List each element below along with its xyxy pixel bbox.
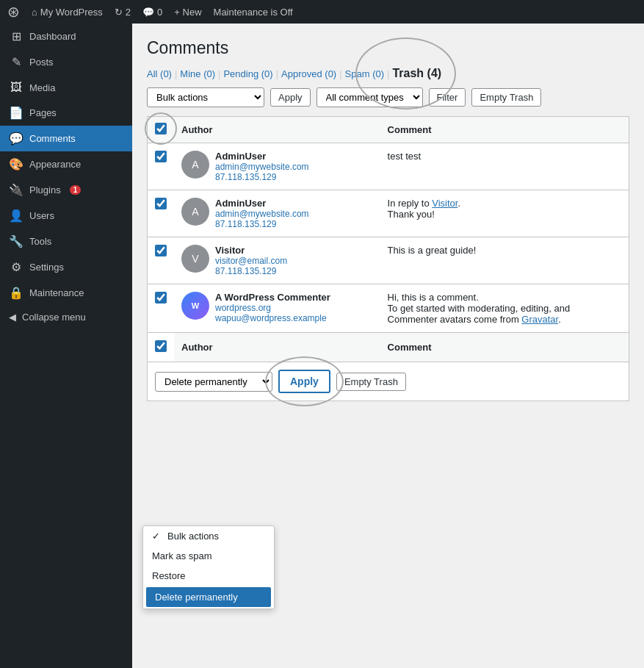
comment-column-header: Comment	[380, 117, 629, 143]
users-icon: 👤	[9, 209, 23, 223]
comment-text-3: Commenter avatars come from Gravatar.	[388, 314, 621, 325]
footer-select-all-checkbox[interactable]	[155, 340, 167, 352]
filter-all[interactable]: All (0)	[147, 68, 172, 79]
sidebar-item-plugins[interactable]: 🔌 Plugins 1	[0, 177, 132, 203]
table-footer-row: Author Comment	[148, 333, 629, 362]
header-checkbox-wrapper	[155, 123, 167, 134]
maintenance-status[interactable]: Maintenance is Off	[214, 7, 293, 18]
pages-icon: 📄	[9, 106, 23, 120]
dropdown-item-label: Delete permanently	[155, 592, 238, 603]
avatar: W	[181, 292, 209, 320]
sidebar-item-dashboard[interactable]: ⊞ Dashboard	[0, 24, 132, 49]
footer-comment-header: Comment	[380, 333, 629, 362]
author-cell: V Visitor visitor@email.com 87.118.135.1…	[174, 237, 380, 284]
comment-text: test test	[388, 151, 422, 162]
row-checkbox-cell	[148, 190, 175, 237]
row-checkbox[interactable]	[155, 292, 167, 304]
apply-button-bottom[interactable]: Apply	[278, 370, 330, 393]
dropdown-item-label: Mark as spam	[152, 550, 212, 561]
top-bar: ⊛ ⌂ My WordPress ↻ 2 💬 0 + New Maintenan…	[0, 0, 644, 24]
comments-nav-icon: 💬	[9, 132, 23, 146]
dropdown-item-bulk-actions[interactable]: Bulk actions	[143, 526, 274, 546]
plugins-icon: 🔌	[9, 183, 23, 197]
comments-button[interactable]: 💬 0	[142, 7, 162, 18]
comment-cell: This is a great guide!	[380, 237, 629, 284]
sidebar-item-settings[interactable]: ⚙ Settings	[0, 254, 132, 280]
row-checkbox[interactable]	[155, 245, 167, 256]
author-cell: A AdminUser admin@mywebsite.com 87.118.1…	[174, 190, 380, 237]
collapse-menu-button[interactable]: ◀ Collapse menu	[0, 306, 132, 328]
gravatar-link[interactable]: Gravatar	[521, 314, 558, 325]
sidebar-item-label: Dashboard	[29, 31, 76, 42]
row-checkbox-cell	[148, 284, 175, 333]
author-email[interactable]: admin@mywebsite.com	[215, 209, 309, 219]
row-checkbox-cell	[148, 237, 175, 284]
author-name: AdminUser	[215, 198, 309, 209]
dropdown-item-restore[interactable]: Restore	[143, 566, 274, 586]
bulk-actions-select[interactable]: Bulk actions Mark as spam Restore Delete…	[147, 87, 264, 107]
sidebar-item-media[interactable]: 🖼 Media	[0, 75, 132, 100]
filter-button[interactable]: Filter	[429, 88, 466, 107]
table-row: W A WordPress Commenter wordpress.org wa…	[148, 284, 629, 333]
table-row: A AdminUser admin@mywebsite.com 87.118.1…	[148, 190, 629, 237]
select-all-checkbox[interactable]	[155, 123, 167, 134]
dropdown-item-delete-permanently[interactable]: Delete permanently	[146, 587, 271, 607]
author-ip[interactable]: 87.118.135.129	[215, 219, 309, 229]
author-ip[interactable]: wapuu@wordpress.example	[215, 313, 330, 323]
row-checkbox[interactable]	[155, 151, 167, 162]
empty-trash-button-bottom[interactable]: Empty Trash	[336, 373, 406, 391]
bulk-actions-select-bottom[interactable]: Bulk actions Mark as spam Restore Delete…	[155, 372, 272, 392]
comments-icon: 💬	[142, 7, 154, 18]
site-name[interactable]: ⌂ My WordPress	[32, 7, 103, 18]
sidebar-item-comments[interactable]: 💬 Comments	[0, 126, 132, 151]
author-ip[interactable]: 87.118.135.129	[215, 172, 309, 182]
home-icon: ⌂	[32, 7, 37, 18]
sidebar-item-appearance[interactable]: 🎨 Appearance	[0, 151, 132, 177]
comment-body: Thank you!	[388, 209, 621, 220]
bottom-toolbar: Bulk actions Mark as spam Restore Delete…	[147, 362, 629, 401]
author-email[interactable]: wordpress.org	[215, 303, 330, 313]
filter-pending[interactable]: Pending (0)	[223, 68, 272, 79]
comment-text: In reply to Visitor.	[388, 198, 621, 209]
new-button[interactable]: + New	[174, 7, 201, 18]
avatar: A	[181, 198, 209, 226]
row-checkbox[interactable]	[155, 198, 167, 209]
comment-cell: In reply to Visitor. Thank you!	[380, 190, 629, 237]
dropdown-item-label: Bulk actions	[167, 531, 219, 542]
updates-button[interactable]: ↻ 2	[115, 7, 131, 18]
empty-trash-button-top[interactable]: Empty Trash	[471, 88, 541, 107]
comment-type-select[interactable]: All comment types	[316, 87, 423, 107]
sidebar-item-users[interactable]: 👤 Users	[0, 203, 132, 229]
settings-icon: ⚙	[9, 260, 23, 274]
author-column-header: Author	[174, 117, 380, 143]
reply-link[interactable]: Visitor	[432, 198, 457, 209]
filter-mine[interactable]: Mine (0)	[180, 68, 215, 79]
author-email[interactable]: visitor@email.com	[215, 256, 287, 266]
comment-cell: test test	[380, 143, 629, 190]
comment-cell: Hi, this is a comment. To get started wi…	[380, 284, 629, 333]
dropdown-item-mark-spam[interactable]: Mark as spam	[143, 546, 274, 566]
sidebar-item-posts[interactable]: ✎ Posts	[0, 49, 132, 75]
page-title: Comments	[147, 38, 629, 58]
maintenance-icon: 🔒	[9, 286, 23, 300]
sidebar-item-pages[interactable]: 📄 Pages	[0, 100, 132, 126]
select-all-header	[148, 117, 175, 143]
author-ip[interactable]: 87.118.135.129	[215, 266, 287, 276]
apply-button-top[interactable]: Apply	[270, 88, 311, 107]
sidebar-item-maintenance[interactable]: 🔒 Maintenance	[0, 280, 132, 306]
posts-icon: ✎	[9, 55, 23, 69]
author-cell: W A WordPress Commenter wordpress.org wa…	[174, 284, 380, 333]
author-email[interactable]: admin@mywebsite.com	[215, 162, 309, 172]
table-row: A AdminUser admin@mywebsite.com 87.118.1…	[148, 143, 629, 190]
filter-approved[interactable]: Approved (0)	[281, 68, 336, 79]
main-content: Comments All (0) | Mine (0) | Pending (0…	[132, 24, 644, 668]
sidebar-item-label: Tools	[29, 236, 51, 247]
sidebar-item-label: Appearance	[29, 159, 81, 170]
appearance-icon: 🎨	[9, 157, 23, 171]
apply-button-bottom-wrapper: Apply	[278, 370, 330, 393]
filter-trash[interactable]: Trash (4)	[392, 67, 441, 80]
filter-spam[interactable]: Spam (0)	[345, 68, 384, 79]
sidebar-item-tools[interactable]: 🔧 Tools	[0, 229, 132, 254]
author-name: Visitor	[215, 245, 287, 256]
wp-logo-icon[interactable]: ⊛	[7, 3, 20, 21]
